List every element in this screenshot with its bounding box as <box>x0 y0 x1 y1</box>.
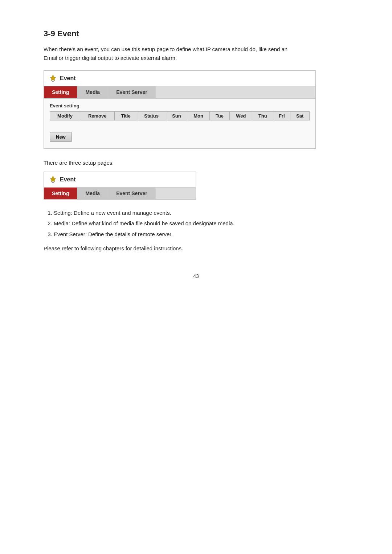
th-thu: Thu <box>252 112 273 120</box>
new-button[interactable]: New <box>50 132 72 142</box>
event-table: Modify Remove Title Status Sun Mon Tue W… <box>50 111 310 127</box>
th-modify: Modify <box>50 112 80 120</box>
setup-pages-list: Setting: Define a new event and manage e… <box>44 208 298 252</box>
table-row-empty <box>50 120 310 127</box>
tab-media-small[interactable]: Media <box>77 188 108 199</box>
bell-icon-small <box>49 176 57 184</box>
th-sat: Sat <box>290 112 310 120</box>
th-status: Status <box>137 112 166 120</box>
tab-setting-small[interactable]: Setting <box>44 188 77 199</box>
event-table-body <box>50 120 310 127</box>
event-widget-small: Event Setting Media Event Server <box>44 172 196 200</box>
event-body: Event setting Modify Remove Title Status… <box>44 99 315 148</box>
svg-point-1 <box>53 75 54 76</box>
svg-rect-5 <box>52 182 54 183</box>
list-item-1: Setting: Define a new event and manage e… <box>54 208 298 218</box>
between-text: There are three setup pages: <box>44 160 348 166</box>
th-tue: Tue <box>209 112 229 120</box>
event-widget-title: Event <box>60 75 76 82</box>
event-tabs-row: Setting Media Event Server <box>44 86 315 99</box>
th-remove: Remove <box>80 112 115 120</box>
closing-text: Please refer to following chapters for d… <box>44 245 298 251</box>
event-widget-small-title: Event <box>60 176 76 183</box>
event-widget-header: Event <box>44 71 315 86</box>
bell-icon <box>49 74 57 82</box>
event-widget-full: Event Setting Media Event Server Event s… <box>44 70 316 149</box>
th-wed: Wed <box>230 112 252 120</box>
th-sun: Sun <box>166 112 187 120</box>
tab-setting[interactable]: Setting <box>44 86 77 98</box>
svg-rect-2 <box>52 81 54 82</box>
table-header-row: Modify Remove Title Status Sun Mon Tue W… <box>50 112 310 120</box>
tab-event-server-small[interactable]: Event Server <box>108 188 156 199</box>
event-tabs-row-small: Setting Media Event Server <box>44 188 196 200</box>
tab-media[interactable]: Media <box>77 86 108 98</box>
svg-point-4 <box>53 176 54 177</box>
tab-event-server[interactable]: Event Server <box>108 86 156 98</box>
event-widget-small-header: Event <box>44 172 196 188</box>
page-number: 43 <box>44 273 348 279</box>
th-mon: Mon <box>187 112 210 120</box>
th-fri: Fri <box>273 112 290 120</box>
page-title: 3-9 Event <box>44 29 348 38</box>
list-item-3: Event Server: Define the details of remo… <box>54 230 298 239</box>
event-section-label: Event setting <box>50 103 310 108</box>
intro-paragraph: When there's an event, you can use this … <box>44 45 298 62</box>
th-title: Title <box>115 112 137 120</box>
list-item-2: Media: Define what kind of media file sh… <box>54 219 298 228</box>
ordered-list: Setting: Define a new event and manage e… <box>54 208 298 239</box>
